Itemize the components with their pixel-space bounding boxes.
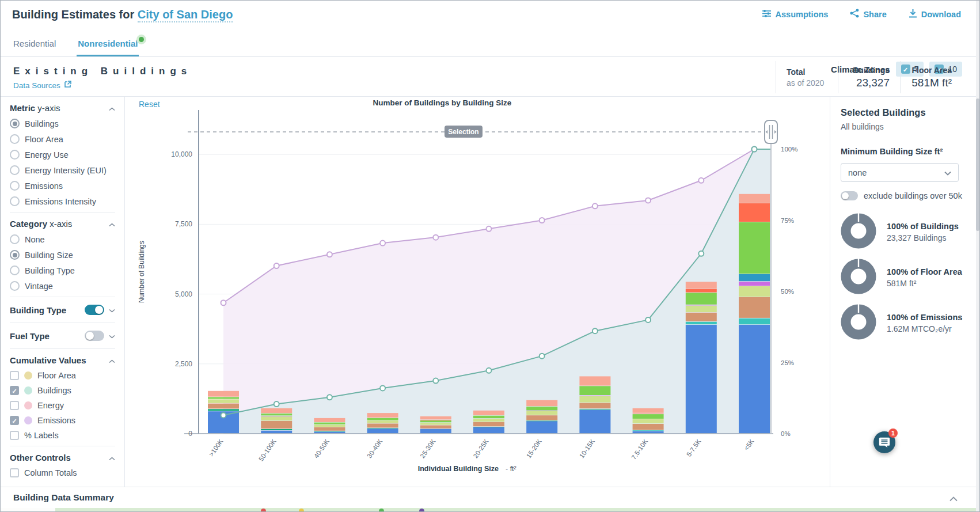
radio-button[interactable] [10,266,20,275]
category-section-header[interactable]: Category x-axis [10,219,115,229]
bar-segment-segment-tomato[interactable] [686,289,717,292]
checkbox[interactable] [10,468,19,477]
bar-segment-segment-blue[interactable] [686,325,717,433]
bar-segment-segment-magenta[interactable] [261,416,292,416]
cumulative-emissions-marker[interactable] [380,241,385,246]
fuel-type-toggle[interactable] [85,331,104,341]
bar-segment-segment-yellowgreen[interactable] [686,306,717,312]
bar-segment-segment-tomato[interactable] [739,203,770,222]
bar-segment-segment-blue[interactable] [526,421,557,433]
collapse-caret-icon[interactable] [109,219,115,229]
cumulative-buildings-marker[interactable] [433,378,438,384]
radio-option-emissions-intensity[interactable]: Emissions Intensity [10,196,115,206]
bar-segment-segment-emerald[interactable] [526,421,557,422]
bar-segment-segment-salmon[interactable] [739,194,770,203]
radio-button[interactable] [10,250,20,260]
radio-button[interactable] [10,281,20,291]
radio-button[interactable] [10,181,20,191]
bar-segment-segment-magenta[interactable] [526,411,557,411]
cumulative-buildings-marker[interactable] [645,317,651,323]
bar-segment-segment-green[interactable] [739,222,770,274]
cumulative-buildings-marker[interactable] [327,395,332,400]
bar-segment-segment-blue[interactable] [314,432,345,434]
checkbox-option-emissions[interactable]: Emissions [10,416,115,425]
bar-segment-segment-emerald[interactable] [208,409,239,411]
bar-segment-segment-emerald[interactable] [367,428,398,428]
bar-segment-segment-emerald[interactable] [314,431,345,432]
bar-segment-segment-green[interactable] [208,397,239,399]
bar-segment-segment-emerald[interactable] [579,409,610,409]
bar-segment-segment-emerald[interactable] [473,427,504,427]
radio-button[interactable] [10,196,20,206]
city-link[interactable]: City of San Diego [138,8,233,22]
scrollbar-thumb[interactable] [976,98,979,231]
header-action-share[interactable]: Share [850,9,886,20]
checkbox-option--labels[interactable]: % Labels [10,431,115,440]
bar-segment-segment-salmon[interactable] [314,418,345,422]
checkbox[interactable] [10,386,19,395]
bar-segment-segment-yellowgreen[interactable] [261,416,292,420]
cumulative-emissions-marker[interactable] [645,198,651,203]
bar-segment-segment-blue[interactable] [473,427,504,433]
bar-segment-segment-yellowgreen[interactable] [367,420,398,423]
bar-segment-segment-tomato[interactable] [420,420,451,420]
bar-segment-segment-green[interactable] [261,414,292,415]
main-chart[interactable]: Number of Buildings by Building Size Num… [130,96,830,480]
bar-segment-segment-steelblue[interactable] [739,274,770,281]
bar-segment-segment-yellowgreen[interactable] [739,286,770,297]
header-action-download[interactable]: Download [909,9,961,20]
bar-segment-segment-tan[interactable] [314,427,345,431]
bar-segment-segment-turquoise[interactable] [686,322,717,324]
cumulative-buildings-marker[interactable] [274,401,279,407]
cumulative-buildings-marker[interactable] [592,328,598,333]
cumulative-emissions-marker[interactable] [274,263,279,268]
bar-segment-segment-green[interactable] [473,416,504,419]
checkbox[interactable] [10,371,19,380]
chart-plot[interactable]: 02,5005,0007,50010,0000%25%50%75%100%>10… [171,110,797,462]
cumulative-buildings-marker[interactable] [540,354,545,359]
cumulative-values-section-header[interactable]: Cumulative Values [10,355,115,365]
radio-option-energy-intensity-eui-[interactable]: Energy Intensity (EUI) [10,165,115,175]
metric-section-header[interactable]: Metric y-axis [10,103,115,113]
collapse-chevron-up-icon[interactable] [949,494,958,504]
bar-segment-segment-tan[interactable] [261,421,292,428]
cumulative-buildings-marker[interactable] [487,368,492,373]
bar-segment-segment-yellowgreen[interactable] [208,399,239,403]
checkbox-option-energy[interactable]: Energy [10,401,115,410]
bar-segment-segment-yellowgreen[interactable] [473,419,504,422]
cumulative-buildings-marker[interactable] [698,251,704,256]
bar-segment-segment-green[interactable] [367,418,398,420]
bar-segment-segment-yellowgreen[interactable] [633,419,664,423]
cumulative-emissions-marker[interactable] [698,178,704,183]
bar-segment-segment-green[interactable] [526,407,557,411]
other-controls-section-header[interactable]: Other Controls [10,453,115,462]
bar-segment-segment-blue[interactable] [420,429,451,433]
min-size-dropdown[interactable]: none [841,163,959,182]
bar-segment-segment-green[interactable] [686,293,717,304]
bar-segment-segment-salmon[interactable] [473,411,504,415]
tab-nonresidential[interactable]: Nonresidential [77,32,139,56]
cumulative-emissions-marker[interactable] [221,300,226,305]
collapse-caret-icon[interactable] [109,355,115,365]
bar-segment-segment-salmon[interactable] [686,282,717,288]
bar-segment-segment-salmon[interactable] [261,408,292,413]
header-action-assumptions[interactable]: Assumptions [762,9,829,20]
bar-segment-segment-turquoise[interactable] [633,430,664,431]
bar-segment-segment-magenta[interactable] [579,396,610,396]
scrollbar[interactable] [976,1,979,512]
bar-segment-segment-salmon[interactable] [633,408,664,413]
selection-badge[interactable]: Selection [445,126,483,138]
radio-option-building-type[interactable]: Building Type [10,266,115,275]
bar-segment-segment-tan[interactable] [420,426,451,429]
chat-launcher-button[interactable]: 1 [873,431,895,453]
checkbox[interactable] [10,401,19,410]
bar-segment-segment-magenta[interactable] [739,282,770,286]
cumulative-emissions-marker[interactable] [433,235,438,240]
bar-segment-segment-yellowgreen[interactable] [314,425,345,427]
bar-segment-segment-tan[interactable] [579,403,610,408]
cumulative-buildings-marker[interactable] [380,385,385,390]
bar-segment-segment-salmon[interactable] [579,376,610,385]
bar-segment-segment-blue[interactable] [633,431,664,434]
bar-segment-segment-emerald[interactable] [261,429,292,430]
bar-segment-segment-magenta[interactable] [686,305,717,306]
